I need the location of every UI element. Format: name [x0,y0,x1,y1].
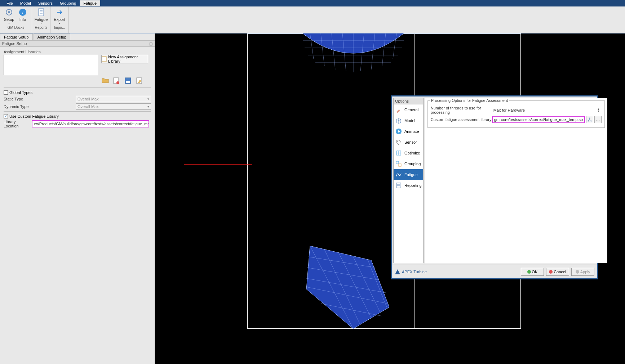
delete-file-icon[interactable] [113,77,121,85]
chevron-down-icon: ▾ [59,22,60,25]
options-category-list: Options General Model Animate Sensor Opt… [393,98,424,263]
ribbon-setup-button[interactable]: Setup ▾ [2,7,16,25]
axis-line-icon [184,164,252,165]
ok-dot-icon [527,270,531,274]
options-dialog: Options General Model Animate Sensor Opt… [391,95,598,279]
option-model[interactable]: Model [394,115,423,126]
dynamic-type-combo[interactable]: Overall Max▾ [76,103,151,110]
brand-logo: APEX Turbine [395,269,519,275]
ribbon-group-reports: Fatigue ▾ Reports [32,6,50,33]
ribbon-fatigue-button[interactable]: Fatigue ▾ [34,7,48,25]
group-icon [395,160,402,167]
ribbon-group-label: Impo... [54,26,65,30]
new-file-icon [102,56,107,62]
menu-fatigue[interactable]: Fatigue [80,0,100,6]
option-sensor[interactable]: Sensor [394,137,423,148]
wrench-icon [395,106,402,113]
global-types-label: Global Types [9,90,32,95]
threads-spinner[interactable]: Max for Hardware ▲▼ [492,107,602,113]
chevron-down-icon: ▾ [40,22,42,25]
menu-grouping[interactable]: Grouping [56,0,80,6]
menubar: File Model Sensors Grouping Fatigue [0,0,625,6]
spinner-arrows-icon[interactable]: ▲▼ [597,107,601,113]
static-type-label: Static Type [4,97,76,101]
dynamic-type-label: Dynamic Type [4,104,76,109]
custom-library-label: Custom fatigue assessment library [431,117,492,122]
wave-icon [395,171,402,178]
menu-model[interactable]: Model [17,0,35,6]
threads-label: Number of threads to use for processing [431,106,492,114]
option-fatigue[interactable]: Fatigue [394,169,423,180]
static-type-combo[interactable]: Overall Max▾ [76,96,151,102]
mesh-bottom-icon [299,246,393,329]
cancel-dot-icon [549,270,553,274]
library-location-label: Library Location [4,120,32,128]
tab-fatigue-setup[interactable]: Fatigue Setup [0,33,33,40]
new-assignment-library-button[interactable]: New Assignment Library [101,55,148,63]
svg-rect-41 [396,161,399,164]
ribbon-info-button[interactable]: i Info [16,7,30,25]
use-custom-fatigue-label: Use Custom Fatigue Library [9,114,59,118]
report-icon [395,182,402,189]
panel-tabs: Fatigue Setup Animation Setup [0,33,155,41]
tree-icon [588,117,592,122]
assignment-libraries-label: Assignment Libraries [4,50,151,54]
svg-rect-42 [399,164,401,166]
custom-library-input[interactable]: gm-core/tests/assets/correct/fatigue_max… [492,116,585,123]
gear-icon [5,8,13,17]
play-icon [395,128,402,135]
tree-browse-button[interactable] [586,116,593,123]
assignment-libraries-list[interactable] [4,55,98,75]
browse-button[interactable]: … [594,116,602,123]
tab-animation-setup[interactable]: Animation Setup [34,33,71,40]
ribbon-group-label: Reports [35,26,47,30]
processing-options-fieldset: Processing Options for Fatigue Assessmen… [427,100,605,128]
ok-button[interactable]: OK [521,268,544,276]
ribbon: Setup ▾ i Info GM Docks Fatigue ▾ Report… [0,6,625,33]
ellipsis-icon: … [596,117,600,122]
workspace: Fatigue Setup Animation Setup Fatigue Se… [0,33,625,364]
chevron-down-icon: ▾ [147,97,149,101]
folder-open-icon[interactable] [102,77,110,85]
apply-button[interactable]: Apply [571,268,594,276]
ribbon-group-import: Export ▾ Impo... [50,6,69,33]
chevron-down-icon: ▾ [8,22,10,25]
menu-file[interactable]: File [3,0,17,6]
options-list-header: Options [394,98,423,104]
cancel-button[interactable]: Cancel [546,268,569,276]
save-icon[interactable] [125,77,133,85]
option-reporting[interactable]: Reporting [394,180,423,191]
mesh-top-icon [299,33,407,73]
document-icon [37,8,45,17]
grid-icon [395,149,402,157]
undock-icon[interactable]: ◱ [149,42,152,46]
options-content: Processing Options for Fatigue Assessmen… [425,98,607,263]
global-types-checkbox[interactable] [4,90,8,95]
chevron-down-icon: ▾ [147,105,149,108]
svg-rect-8 [102,57,106,62]
arrow-right-icon [55,8,64,17]
option-animate[interactable]: Animate [394,126,423,137]
cube-icon [395,117,402,124]
panel-header: Fatigue Setup ◱ [0,41,155,47]
library-location-input[interactable]: ex/Products/GM/build/src/gm-core/tests/a… [32,120,149,127]
apply-dot-icon [576,270,579,274]
logo-icon [395,269,400,275]
viewport-3d[interactable]: Options General Model Animate Sensor Opt… [155,33,625,364]
ribbon-export-button[interactable]: Export ▾ [53,7,66,25]
svg-point-40 [397,141,398,142]
use-custom-fatigue-checkbox[interactable] [4,114,8,118]
info-icon: i [18,8,27,17]
option-optimize[interactable]: Optimize [394,148,423,158]
edit-file-icon[interactable] [136,77,144,85]
dialog-footer: APEX Turbine OK Cancel Apply [392,265,597,278]
svg-point-1 [8,11,10,13]
svg-marker-27 [306,246,389,329]
fieldset-legend: Processing Options for Fatigue Assessmen… [430,98,509,103]
menu-sensors[interactable]: Sensors [35,0,56,6]
svg-rect-4 [39,9,44,16]
option-grouping[interactable]: Grouping [394,158,423,169]
library-toolbar [102,77,151,85]
ribbon-group-gmdocks: Setup ▾ i Info GM Docks [0,6,32,33]
option-general[interactable]: General [394,104,423,115]
